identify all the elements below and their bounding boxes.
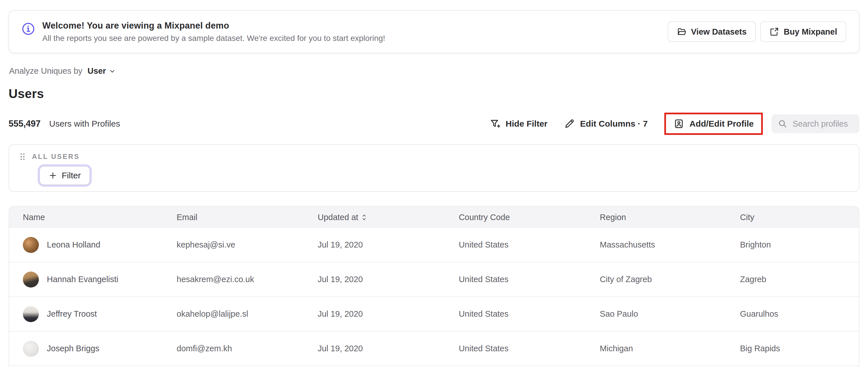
- user-email: kephesaj@si.ve: [163, 228, 304, 262]
- all-users-group-label: ALL USERS: [32, 153, 80, 161]
- analyze-uniques-row: Analyze Uniques by User: [8, 66, 860, 76]
- buy-mixpanel-button[interactable]: Buy Mixpanel: [760, 22, 846, 42]
- add-edit-profile-label: Add/Edit Profile: [689, 119, 754, 129]
- user-city: Zagreb: [726, 262, 859, 297]
- table-row[interactable]: Hannah Evangelisti hesakrem@ezi.co.uk Ju…: [9, 262, 859, 297]
- edit-columns-button[interactable]: Edit Columns · 7: [564, 118, 648, 129]
- filter-funnel-plus-icon: [490, 118, 501, 129]
- user-region: City of Zagreb: [586, 262, 726, 297]
- column-header-updated-at[interactable]: Updated at: [304, 207, 445, 228]
- plus-icon: [49, 171, 57, 180]
- filter-button-focus-ring: Filter: [38, 164, 92, 187]
- user-updated-at: Jul 19, 2020: [304, 331, 445, 366]
- user-city: Brighton: [726, 228, 859, 262]
- avatar: [23, 237, 39, 253]
- user-region: Massachusetts: [586, 228, 726, 262]
- user-city: Big Rapids: [726, 331, 859, 366]
- column-header-country-code[interactable]: Country Code: [445, 207, 586, 228]
- user-name: Joseph Briggs: [47, 344, 99, 353]
- table-row[interactable]: Leona Holland kephesaj@si.ve Jul 19, 202…: [9, 228, 859, 262]
- column-header-email[interactable]: Email: [163, 207, 304, 228]
- add-filter-button[interactable]: Filter: [39, 166, 90, 185]
- user-updated-at: Jul 19, 2020: [304, 262, 445, 297]
- analyze-uniques-label: Analyze Uniques by: [9, 66, 82, 76]
- user-city: Guarulhos: [726, 297, 859, 331]
- table-row[interactable]: Joseph Briggs domfi@zem.kh Jul 19, 2020 …: [9, 331, 859, 366]
- hide-filter-label: Hide Filter: [506, 119, 548, 129]
- search-profiles-input[interactable]: [793, 119, 854, 129]
- view-datasets-button[interactable]: View Datasets: [668, 22, 756, 42]
- user-name: Hannah Evangelisti: [47, 275, 118, 284]
- user-email: okahelop@lalijpe.sl: [163, 297, 304, 331]
- folder-icon: [677, 27, 687, 37]
- user-region: Michigan: [586, 331, 726, 366]
- user-name: Leona Holland: [47, 240, 100, 249]
- search-profiles-box[interactable]: [771, 114, 860, 133]
- add-edit-profile-button[interactable]: Add/Edit Profile: [674, 118, 754, 129]
- user-country-code: United States: [445, 262, 586, 297]
- user-region: Sao Paulo: [586, 297, 726, 331]
- search-icon: [778, 119, 787, 129]
- table-row[interactable]: Jeffrey Troost okahelop@lalijpe.sl Jul 1…: [9, 297, 859, 331]
- profiles-count: 555,497: [8, 119, 40, 129]
- column-header-name[interactable]: Name: [9, 207, 163, 228]
- users-table: Name Email Updated at: [8, 206, 860, 367]
- avatar: [23, 306, 39, 322]
- chevron-down-icon: [109, 68, 116, 74]
- analyze-entity-dropdown[interactable]: User: [87, 66, 116, 76]
- user-email: hesakrem@ezi.co.uk: [163, 262, 304, 297]
- user-updated-at: Jul 19, 2020: [304, 228, 445, 262]
- sort-icon[interactable]: [362, 213, 367, 221]
- profile-card-icon: [674, 118, 684, 129]
- pencil-icon: [564, 118, 575, 129]
- add-filter-label: Filter: [62, 171, 81, 180]
- edit-columns-label: Edit Columns · 7: [580, 119, 648, 129]
- external-link-icon: [769, 27, 779, 37]
- banner-title: Welcome! You are viewing a Mixpanel demo: [42, 21, 385, 31]
- avatar: [23, 272, 39, 287]
- user-country-code: United States: [445, 331, 586, 366]
- user-name: Jeffrey Troost: [47, 309, 97, 319]
- user-country-code: United States: [445, 297, 586, 331]
- user-updated-at: Jul 19, 2020: [304, 297, 445, 331]
- avatar: [23, 341, 39, 357]
- column-header-region[interactable]: Region: [586, 207, 726, 228]
- buy-mixpanel-label: Buy Mixpanel: [784, 27, 837, 37]
- page-title: Users: [8, 87, 860, 101]
- hide-filter-button[interactable]: Hide Filter: [490, 118, 548, 129]
- info-icon: [22, 22, 35, 35]
- add-edit-profile-annotation: Add/Edit Profile: [664, 113, 763, 135]
- banner-subtitle: All the reports you see are powered by a…: [42, 34, 385, 43]
- table-header-row: Name Email Updated at: [9, 207, 859, 228]
- drag-handle-icon[interactable]: [20, 152, 26, 161]
- welcome-banner: Welcome! You are viewing a Mixpanel demo…: [8, 10, 860, 53]
- column-header-city[interactable]: City: [726, 207, 859, 228]
- table-row[interactable]: [9, 366, 859, 367]
- user-country-code: United States: [445, 228, 586, 262]
- user-email: domfi@zem.kh: [163, 331, 304, 366]
- profiles-count-label: Users with Profiles: [49, 119, 120, 129]
- filter-panel: ALL USERS Filter: [8, 144, 860, 192]
- view-datasets-label: View Datasets: [691, 27, 747, 37]
- analyze-entity-value: User: [87, 66, 106, 76]
